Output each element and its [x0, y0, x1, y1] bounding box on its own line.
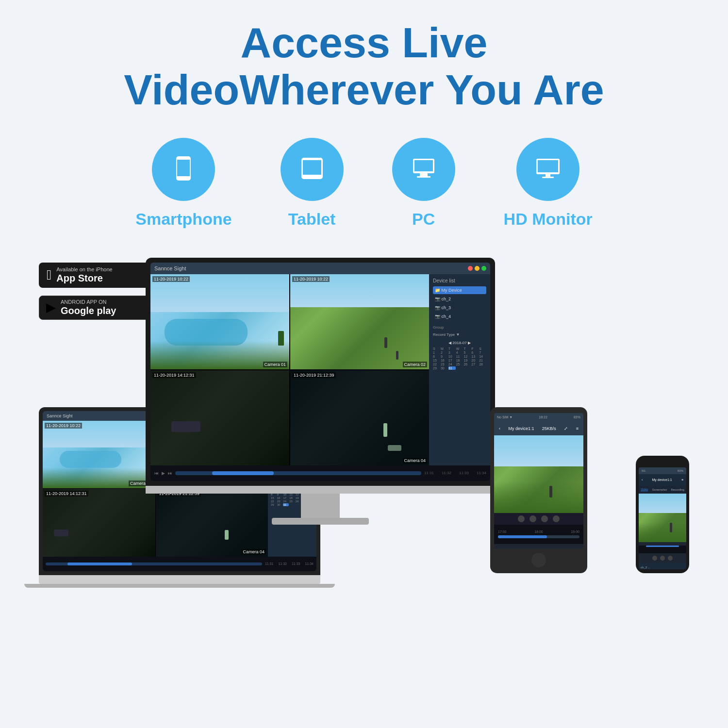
tablet-circle	[281, 138, 344, 201]
min-btn[interactable]	[475, 266, 480, 271]
svg-point-2	[182, 177, 185, 180]
tablet-person	[549, 486, 552, 497]
device-item-monitor: HD Monitor	[504, 138, 593, 229]
monitor-device-list-label: Device list	[433, 278, 486, 283]
title-line1: Access Live	[124, 19, 604, 66]
close-btn[interactable]	[468, 266, 473, 271]
phone-ctrl-btn-3[interactable]	[668, 556, 673, 561]
phone-tab-recording[interactable]: Recording	[671, 488, 684, 491]
tablet-expand-icon[interactable]: ⤢	[564, 426, 568, 431]
tablet-ctrl-2[interactable]	[529, 515, 536, 522]
monitor-sidebar: Device list 📁 My Device 📷 ch_2 📷 ch_3 📷 …	[429, 274, 490, 465]
laptop-cam-3: 11-20-2019 14:12:31	[43, 489, 155, 557]
monitor-nv-person	[383, 423, 387, 437]
tablet-screen: No SIM ▼ 18:22 83% ‹ My device1:1 25KB/s…	[494, 413, 583, 549]
laptop-cam-1: 11-20-2019 10:22 Camera 01	[43, 421, 155, 489]
smartphone-label: Smartphone	[135, 210, 232, 229]
phone-cam-sky	[639, 494, 686, 513]
tablet-tl-times: 17:00 18:00 19:00	[498, 530, 579, 533]
tablet-controls-bar	[494, 513, 583, 525]
monitor-cam1-ts: 11-20-2019 10:22	[152, 276, 190, 282]
monitor-app-name: Sannce Sight	[154, 265, 186, 271]
tablet-cam-sky	[494, 435, 583, 466]
svg-rect-11	[538, 160, 558, 172]
tablet-ctrl-1[interactable]	[518, 515, 525, 522]
monitor-timeline-bar: ⏮ ▶ ⏭ 11:31 11:32 11:33 11	[150, 465, 490, 481]
pc-icon	[409, 154, 438, 185]
tablet-signal: No SIM ▼	[497, 415, 513, 419]
svg-rect-9	[417, 176, 430, 178]
tablet-battery: 83%	[574, 415, 580, 419]
tablet-cam-view	[494, 435, 583, 513]
monitor-tl-icon-play[interactable]: ▶	[162, 471, 165, 476]
monitor-cam2-lbl: Camera 02	[403, 362, 428, 367]
phone-screen: 5G 83% ‹ My device1:1 ≡ Video Screenshot…	[639, 467, 686, 569]
monitor-tl-icon-ff[interactable]: ⏭	[168, 471, 172, 476]
monitor-cam2-ts: 11-20-2019 10:22	[292, 276, 330, 282]
googleplay-icon: ▶	[46, 300, 56, 315]
tablet-home-btn[interactable]	[531, 553, 546, 567]
phone-cam-view	[639, 494, 686, 542]
tablet-bottom-labels: Screenshot Recording Real time	[494, 544, 583, 549]
monitor-nv-car	[388, 445, 401, 451]
appstore-badge[interactable]:  Available on the iPhone App Store	[39, 263, 150, 288]
monitor-base-foot	[272, 518, 369, 525]
monitor-tl-icon-rewind[interactable]: ⏮	[154, 471, 159, 476]
max-btn[interactable]	[481, 266, 486, 271]
apple-icon: 	[47, 267, 51, 283]
device-item-tablet: Tablet	[281, 138, 344, 229]
monitor-cam1-lbl: Camera 01	[263, 362, 288, 367]
monitor-cam-1: 11-20-2019 10:22 Camera 01	[150, 274, 289, 369]
tablet-back-icon[interactable]: ‹	[499, 426, 500, 431]
monitor-ch4[interactable]: 📷 ch_4	[433, 313, 486, 320]
phone-controls	[639, 553, 686, 563]
monitor-cam4-ts: 11-20-2019 21:12:39	[292, 372, 336, 378]
tablet-ctrl-3[interactable]	[541, 515, 548, 522]
tablet-tl-track	[498, 535, 579, 538]
monitor-ch2[interactable]: 📷 ch_2	[433, 295, 486, 303]
phone-list-item-1[interactable]: ch_2 ...	[641, 565, 684, 569]
laptop-timeline-labels: 11:31 11:32 11:33 11:34	[265, 562, 314, 565]
monitor-sw-ui: Sannce Sight	[150, 263, 490, 481]
phone-menu-icon[interactable]: ≡	[681, 478, 683, 481]
phone-ctrl-btn-2[interactable]	[660, 556, 665, 561]
monitor-circle	[516, 138, 579, 201]
appstore-large-text: App Store	[56, 273, 112, 284]
tablet-speed: 25KB/s	[542, 426, 556, 431]
monitor-main-area: Sannce Sight	[150, 263, 490, 481]
monitor-stand	[146, 486, 495, 494]
laptop-timeline-progress	[67, 563, 132, 565]
tablet-menu-icon[interactable]: ≡	[576, 426, 579, 431]
monitor-body: 11-20-2019 10:22 Camera 01 11-20-2019	[150, 274, 490, 465]
phone-list: ch_2 ... ch_3 ... ch_4 ...	[639, 563, 686, 569]
monitor-tl-times: 11:31 11:32 11:33 11:34	[424, 471, 486, 475]
tablet-ctrl-4[interactable]	[553, 515, 560, 522]
device-item-pc: PC	[392, 138, 455, 229]
laptop-base	[39, 575, 320, 584]
monitor-cam-4: 11-20-2019 21:12:39 Camera 04	[290, 370, 429, 465]
monitor-ch3[interactable]: 📷 ch_3	[433, 304, 486, 312]
cam3-timestamp: 11-20-2019 14:12:31	[45, 491, 88, 496]
laptop-foot	[24, 584, 335, 588]
phone-app-header: ‹ My device1:1 ≡	[639, 474, 686, 486]
phone-tab-video[interactable]: Video	[641, 488, 648, 491]
device-icons-row: Smartphone Tablet	[135, 138, 593, 229]
monitor-my-device[interactable]: 📁 My Device	[433, 286, 486, 294]
phone-person	[670, 523, 672, 532]
phone-status-bar: 5G 83%	[639, 467, 686, 474]
desktop-monitor: Sannce Sight	[146, 258, 495, 525]
title-line2: VideoWherever You Are	[124, 66, 604, 114]
cam1-timestamp: 11-20-2019 10:22	[45, 423, 82, 429]
tablet-tl-progress	[498, 535, 547, 538]
phone-tab-screenshot[interactable]: Screenshot	[652, 488, 667, 491]
monitor-nv-1	[150, 370, 289, 465]
phone-ctrl-btn-1[interactable]	[652, 556, 657, 561]
monitor-cam-grid: 11-20-2019 10:22 Camera 01 11-20-2019	[150, 274, 429, 465]
phone-back-icon[interactable]: ‹	[642, 478, 643, 481]
appstore-text: Available on the iPhone App Store	[56, 266, 112, 284]
googleplay-badge[interactable]: ▶ ANDROID APP ON Google play	[39, 296, 150, 320]
smartphone-device: 5G 83% ‹ My device1:1 ≡ Video Screenshot…	[636, 456, 689, 573]
svg-rect-1	[177, 160, 190, 176]
monitor-cam-3: 11-20-2019 14:12:31	[150, 370, 289, 465]
googleplay-small-text: ANDROID APP ON	[61, 299, 116, 305]
